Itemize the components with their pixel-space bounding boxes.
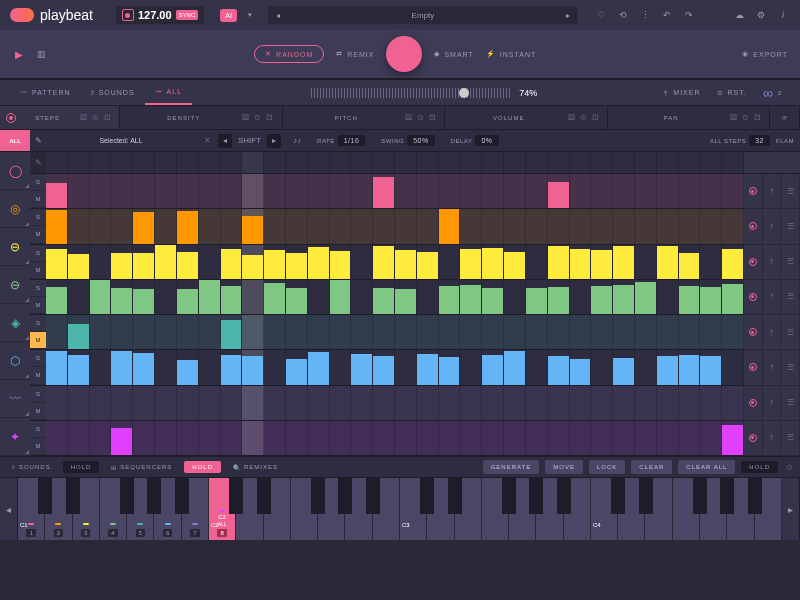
step-cell[interactable] bbox=[68, 421, 90, 455]
bottom-hold-button[interactable]: HOLD bbox=[741, 461, 778, 473]
step-cell[interactable] bbox=[700, 280, 722, 314]
step-cell[interactable] bbox=[591, 315, 613, 349]
clearall-btn[interactable]: CLEAR ALL bbox=[678, 460, 735, 474]
step-cell[interactable] bbox=[221, 245, 243, 279]
step-cell[interactable] bbox=[155, 350, 177, 384]
step-cell[interactable] bbox=[264, 421, 286, 455]
step-cell[interactable] bbox=[395, 421, 417, 455]
step-cell[interactable] bbox=[68, 315, 90, 349]
step-cell[interactable] bbox=[679, 280, 701, 314]
track-menu[interactable]: ☰ bbox=[781, 174, 800, 208]
step-cell[interactable] bbox=[722, 421, 744, 455]
step-cell[interactable] bbox=[264, 174, 286, 208]
track-record[interactable] bbox=[744, 245, 763, 279]
step-cell[interactable] bbox=[351, 315, 373, 349]
track-mixer[interactable]: ⫯ bbox=[763, 280, 782, 314]
step-cell[interactable] bbox=[504, 280, 526, 314]
mute-button[interactable]: M bbox=[30, 262, 46, 279]
step-cell[interactable] bbox=[46, 174, 68, 208]
step-cell[interactable] bbox=[68, 386, 90, 420]
step-cell[interactable] bbox=[242, 350, 264, 384]
step-cell[interactable] bbox=[460, 350, 482, 384]
black-key[interactable] bbox=[557, 478, 571, 514]
track-menu[interactable]: ☰ bbox=[781, 209, 800, 243]
step-cell[interactable] bbox=[286, 209, 308, 243]
step-cell[interactable] bbox=[46, 386, 68, 420]
step-cell[interactable] bbox=[570, 350, 592, 384]
cloud-icon[interactable]: ☁ bbox=[732, 8, 746, 22]
track-menu[interactable]: ☰ bbox=[781, 421, 800, 455]
mute-button[interactable]: M bbox=[30, 226, 46, 243]
track-mixer[interactable]: ⫯ bbox=[763, 350, 782, 384]
save-icon[interactable]: ⟲ bbox=[616, 8, 630, 22]
play-button[interactable]: ▶ bbox=[12, 47, 26, 61]
step-cell[interactable] bbox=[242, 209, 264, 243]
delay-value[interactable]: 0% bbox=[475, 135, 498, 146]
step-cell[interactable] bbox=[111, 209, 133, 243]
black-key[interactable] bbox=[529, 478, 543, 514]
step-cell[interactable] bbox=[155, 209, 177, 243]
step-cell[interactable] bbox=[439, 209, 461, 243]
step-cell[interactable] bbox=[90, 209, 112, 243]
step-cell[interactable] bbox=[308, 421, 330, 455]
track-mixer[interactable]: ⫯ bbox=[763, 421, 782, 455]
step-cell[interactable] bbox=[308, 386, 330, 420]
step-cell[interactable] bbox=[155, 315, 177, 349]
step-cell[interactable] bbox=[439, 174, 461, 208]
step-cell[interactable] bbox=[700, 350, 722, 384]
step-cell[interactable] bbox=[526, 350, 548, 384]
step-cell[interactable] bbox=[330, 315, 352, 349]
step-cell[interactable] bbox=[700, 209, 722, 243]
step-cell[interactable] bbox=[613, 421, 635, 455]
step-cell[interactable] bbox=[221, 386, 243, 420]
step-cell[interactable] bbox=[548, 209, 570, 243]
undo-icon[interactable]: ↶ bbox=[660, 8, 674, 22]
black-key[interactable] bbox=[229, 478, 243, 514]
step-cell[interactable] bbox=[526, 209, 548, 243]
step-cell[interactable] bbox=[395, 350, 417, 384]
lock-icon[interactable]: ⊙ bbox=[91, 113, 101, 123]
step-cell[interactable] bbox=[679, 174, 701, 208]
step-cell[interactable] bbox=[286, 174, 308, 208]
track-icon-fx2[interactable]: ✦ bbox=[0, 418, 30, 456]
step-cell[interactable] bbox=[679, 315, 701, 349]
step-cell[interactable] bbox=[417, 209, 439, 243]
step-cell[interactable] bbox=[395, 280, 417, 314]
step-cell[interactable] bbox=[242, 280, 264, 314]
step-cell[interactable] bbox=[613, 174, 635, 208]
generate-button[interactable] bbox=[386, 36, 422, 72]
step-cell[interactable] bbox=[133, 245, 155, 279]
step-cell[interactable] bbox=[242, 245, 264, 279]
step-cell[interactable] bbox=[482, 315, 504, 349]
black-key[interactable] bbox=[38, 478, 52, 514]
step-cell[interactable] bbox=[111, 350, 133, 384]
track-menu[interactable]: ☰ bbox=[781, 386, 800, 420]
step-cell[interactable] bbox=[700, 315, 722, 349]
step-cell[interactable] bbox=[373, 421, 395, 455]
step-cell[interactable] bbox=[155, 174, 177, 208]
track-icon-snare[interactable]: ◎ bbox=[0, 190, 30, 228]
ai-badge[interactable]: AI bbox=[220, 9, 237, 22]
step-cell[interactable] bbox=[635, 350, 657, 384]
step-cell[interactable] bbox=[351, 386, 373, 420]
black-key[interactable] bbox=[366, 478, 380, 514]
select-all-button[interactable]: ALL bbox=[0, 130, 30, 151]
step-cell[interactable] bbox=[46, 421, 68, 455]
step-cell[interactable] bbox=[613, 209, 635, 243]
info-icon[interactable]: i bbox=[776, 8, 790, 22]
step-cell[interactable] bbox=[526, 245, 548, 279]
step-cell[interactable] bbox=[591, 280, 613, 314]
track-record[interactable] bbox=[744, 209, 763, 243]
step-cell[interactable] bbox=[526, 421, 548, 455]
step-cell[interactable] bbox=[242, 174, 264, 208]
step-cell[interactable] bbox=[90, 174, 112, 208]
step-cell[interactable] bbox=[482, 209, 504, 243]
step-cell[interactable] bbox=[722, 280, 744, 314]
tab-remixes[interactable]: 🔍REMIXES bbox=[227, 464, 284, 471]
step-cell[interactable] bbox=[548, 245, 570, 279]
step-cell[interactable] bbox=[439, 386, 461, 420]
step-cell[interactable] bbox=[286, 315, 308, 349]
sequencers-hold-button[interactable]: HOLD bbox=[184, 461, 221, 473]
black-key[interactable] bbox=[175, 478, 189, 514]
step-cell[interactable] bbox=[90, 280, 112, 314]
